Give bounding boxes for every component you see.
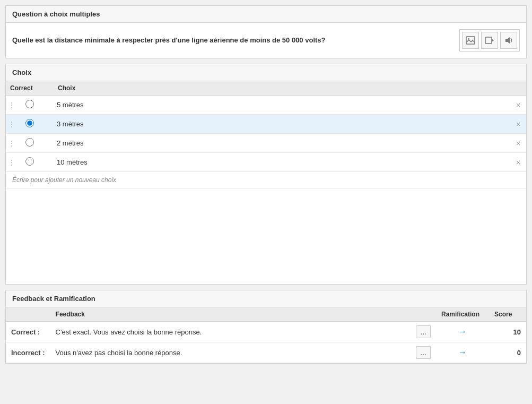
feedback-col-label-header: [6, 307, 50, 322]
feedback-cell-wrap: C'est exact. Vous avez choisi la bonne r…: [56, 325, 431, 338]
video-button[interactable]: [481, 32, 498, 49]
feedback-ellipsis-button[interactable]: ...: [416, 325, 431, 338]
table-row: ⋮ 10 mètres ×: [6, 153, 526, 172]
delete-button[interactable]: ×: [510, 135, 526, 152]
add-choice-placeholder: Écrire pour ajouter un nouveau choix: [12, 176, 116, 184]
delete-button[interactable]: ×: [510, 97, 526, 114]
table-row: ⋮ 5 mètres ×: [6, 96, 526, 115]
radio-cell[interactable]: [16, 134, 43, 152]
feedback-section-header: Feedback et Ramification: [6, 290, 526, 307]
svg-marker-4: [505, 37, 510, 44]
table-row: ⋮ 2 mètres ×: [6, 134, 526, 153]
score-value: 0: [517, 349, 521, 357]
choix-section: Choix Correct Choix ⋮: [5, 64, 527, 285]
radio-cell[interactable]: [16, 96, 43, 114]
feedback-row: Correct : C'est exact. Vous avez choisi …: [6, 322, 526, 342]
choice-text: 10 mètres: [54, 154, 510, 170]
image-icon: [466, 36, 475, 45]
delete-button[interactable]: ×: [510, 116, 526, 133]
drag-handle[interactable]: ⋮: [6, 97, 16, 114]
question-text: Quelle est la distance minimale à respec…: [12, 36, 453, 45]
score-value: 10: [513, 328, 521, 336]
drag-handle[interactable]: ⋮: [6, 154, 16, 171]
radio-input[interactable]: [25, 157, 34, 166]
svg-rect-0: [466, 37, 475, 44]
feedback-col-feedback-header: Feedback: [50, 307, 436, 322]
feedback-row: Incorrect : Vous n'avez pas choisi la bo…: [6, 342, 526, 363]
feedback-section: Feedback et Ramification Feedback Ramifi…: [5, 290, 527, 364]
question-section-header: Question à choix multiples: [6, 6, 526, 23]
choice-text: 2 mètres: [54, 135, 510, 151]
feedback-text: Vous n'avez pas choisi la bonne réponse.: [56, 349, 413, 357]
feedback-cell-wrap: Vous n'avez pas choisi la bonne réponse.…: [56, 346, 431, 359]
audio-button[interactable]: [500, 32, 517, 49]
ramification-arrow[interactable]: →: [458, 327, 467, 336]
ramification-arrow[interactable]: →: [458, 348, 467, 357]
drag-handle[interactable]: ⋮: [6, 135, 16, 152]
question-media-buttons: [459, 29, 520, 51]
radio-input[interactable]: [25, 100, 34, 108]
drag-handle[interactable]: ⋮: [6, 116, 16, 133]
radio-input[interactable]: [25, 138, 34, 147]
feedback-row-label: Incorrect :: [11, 349, 45, 357]
choix-section-header: Choix: [6, 64, 526, 81]
question-body: Quelle est la distance minimale à respec…: [6, 23, 526, 58]
feedback-row-label: Correct :: [11, 328, 40, 336]
feedback-col-ramification-header: Ramification: [436, 307, 489, 322]
image-button[interactable]: [462, 32, 479, 49]
table-row: ⋮ 3 mètres ×: [6, 115, 526, 134]
feedback-table: Feedback Ramification Score Correct : C'…: [6, 307, 526, 363]
add-choice-row[interactable]: Écrire pour ajouter un nouveau choix: [6, 172, 526, 188]
choice-text: 3 mètres: [54, 116, 510, 132]
video-icon: [485, 36, 494, 45]
col-choix-header: Choix: [54, 81, 526, 96]
svg-marker-3: [492, 39, 494, 42]
question-section: Question à choix multiples Quelle est la…: [5, 5, 527, 58]
choix-table: Correct Choix ⋮ 5 mètres ×: [6, 81, 526, 188]
radio-cell[interactable]: [16, 115, 43, 133]
feedback-col-score-header: Score: [489, 307, 526, 322]
choice-text: 5 mètres: [54, 97, 510, 113]
feedback-ellipsis-button[interactable]: ...: [416, 346, 431, 359]
feedback-text: C'est exact. Vous avez choisi la bonne r…: [56, 328, 413, 336]
delete-button[interactable]: ×: [510, 154, 526, 171]
radio-input[interactable]: [25, 119, 34, 127]
main-container: Question à choix multiples Quelle est la…: [0, 0, 532, 404]
radio-cell[interactable]: [16, 153, 43, 171]
svg-rect-2: [485, 37, 492, 44]
audio-icon: [504, 36, 513, 45]
col-correct-header: Correct: [6, 81, 54, 96]
choix-spacer: [6, 188, 526, 284]
